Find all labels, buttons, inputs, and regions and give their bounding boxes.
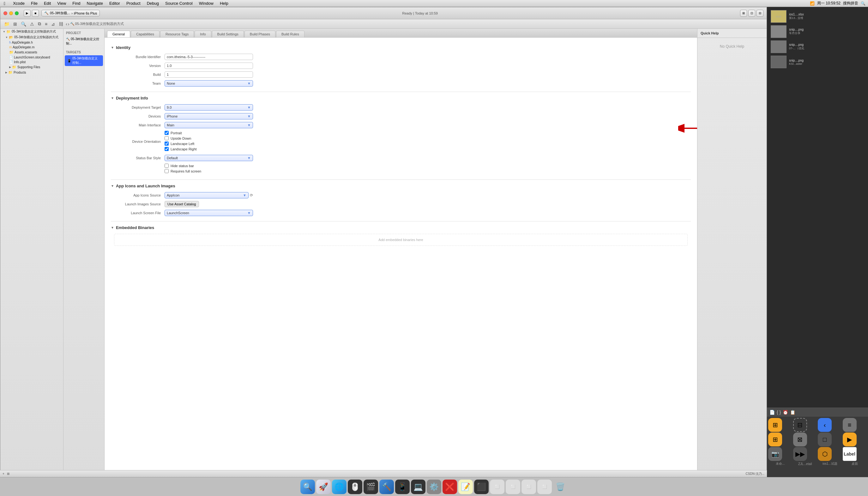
menubar-right: 📶 周一 10:59:52 搜狗拼音 🔍 (810, 1, 866, 6)
xcode-menu[interactable]: Xcode (12, 0, 26, 6)
wifi-icon: 📶 (810, 1, 815, 6)
window-menu[interactable]: Window (198, 0, 215, 6)
edit-menu[interactable]: Edit (43, 0, 52, 6)
source-control-menu[interactable]: Source Control (164, 0, 194, 6)
editor-menu[interactable]: Editor (108, 0, 121, 6)
input-method[interactable]: 搜狗拼音 (843, 1, 858, 6)
find-menu[interactable]: Find (71, 0, 81, 6)
navigate-menu[interactable]: Navigate (85, 0, 104, 6)
help-menu[interactable]: Help (219, 0, 230, 6)
menubar:  Xcode File Edit View Find Navigate Edi… (0, 0, 868, 7)
search-icon[interactable]: 🔍 (861, 1, 866, 6)
view-menu[interactable]: View (56, 0, 67, 6)
debug-menu[interactable]: Debug (146, 0, 160, 6)
apple-menu[interactable]:  (2, 0, 6, 6)
file-menu[interactable]: File (30, 0, 39, 6)
product-menu[interactable]: Product (125, 0, 142, 6)
clock: 周一 10:59:52 (817, 1, 840, 6)
